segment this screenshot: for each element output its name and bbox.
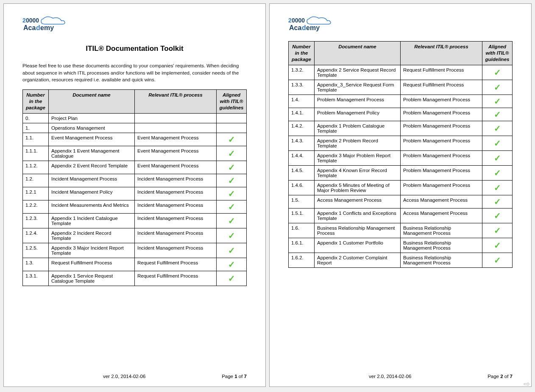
cell-process: Access Management Process (401, 208, 482, 223)
svg-text:0000: 0000 (292, 17, 305, 24)
cell-document-name: Event Management Process (49, 133, 135, 146)
cell-aligned: ✓ (217, 174, 247, 187)
checkmark-icon: ✓ (228, 149, 235, 158)
table-row: 1.4.Problem Management ProcessProblem Ma… (289, 95, 513, 108)
cell-number: 1.5. (289, 195, 315, 208)
cell-document-name: Problem Management Process (315, 95, 401, 108)
table-row: 1.4.1.Problem Management PolicyProblem M… (289, 108, 513, 121)
cell-process: Incident Management Process (135, 187, 217, 200)
cell-document-name: Appendix 3 Major Problem Report Template (315, 150, 401, 165)
table-row: 1.4.3.Appendix 2 Problem Record Template… (289, 136, 513, 150)
cell-document-name: Incident Management Policy (49, 187, 135, 200)
cell-number: 1.2.4. (23, 228, 49, 243)
table-row: 1.3.Request Fulfillment ProcessRequest F… (23, 258, 247, 271)
cell-aligned: ✓ (217, 258, 247, 271)
cell-document-name: Appendix 2 Problem Record Template (315, 136, 401, 150)
cell-number: 1.2.1 (23, 187, 49, 200)
cell-number: 1.1. (23, 133, 49, 146)
page-footer: ver 2.0, 2014-02-06 Page 1 of 7 (22, 369, 247, 379)
col-header-process: Relevant ITIL® process (401, 42, 482, 65)
cell-process: Request Fulfillment Process (401, 65, 482, 80)
cell-aligned: ✓ (482, 195, 513, 208)
checkmark-icon: ✓ (494, 256, 501, 265)
cell-number: 1.1.1. (23, 146, 49, 161)
cell-process: Problem Management Process (401, 108, 482, 121)
cell-aligned: ✓ (217, 228, 247, 243)
cell-process: Request Fulfillment Process (401, 80, 482, 95)
cell-aligned: ✓ (482, 65, 513, 80)
cell-document-name: Access Management Process (315, 195, 401, 208)
svg-text:emy: emy (40, 24, 54, 31)
cell-process: Problem Management Process (401, 136, 482, 150)
cell-number: 1.2.5. (23, 243, 49, 258)
table-row: 1.4.2.Appendix 1 Problem Catalogue Templ… (289, 121, 513, 136)
svg-text:2: 2 (288, 17, 292, 24)
cell-process: Request Fulfillment Process (135, 258, 217, 271)
col-header-process: Relevant ITIL® process (135, 90, 217, 114)
table-row: 1.2.Incident Management ProcessIncident … (23, 174, 247, 187)
cell-process: Event Management Process (135, 146, 217, 161)
cell-number: 1.2.2. (23, 200, 49, 213)
cell-number: 1.4.3. (289, 136, 315, 150)
cell-process: Incident Management Process (135, 228, 217, 243)
checkmark-icon: ✓ (494, 226, 501, 235)
cell-process: Problem Management Process (401, 150, 482, 165)
footer-page: Page 1 of 7 (222, 374, 247, 379)
cell-number: 1.4.2. (289, 121, 315, 136)
col-header-aligned: Aligned with ITIL® guidelines (482, 42, 513, 65)
table-row: 1.2.2.Incident Measurements And MetricsI… (23, 200, 247, 213)
table-row: 1.4.6.Appendix 5 Minutes of Meeting of M… (289, 180, 513, 195)
cell-process: Business Relationship Management Process (401, 238, 482, 253)
svg-text:0000: 0000 (26, 17, 39, 24)
cell-process: Incident Management Process (135, 243, 217, 258)
cell-aligned: ✓ (217, 146, 247, 161)
page-footer: ver 2.0, 2014-02-06 Page 2 of 7 (288, 369, 513, 379)
cell-process: Business Relationship Management Process (401, 253, 482, 267)
cell-document-name: Appendix_3_Service Request Form Template (315, 80, 401, 95)
cell-process: Business Relationship Management Process (401, 223, 482, 238)
col-header-number: Number in the package (23, 90, 49, 114)
table-row: 1.1.1.Appendix 1 Event Management Catalo… (23, 146, 247, 161)
cell-number: 1.4.5. (289, 165, 315, 180)
checkmark-icon: ✓ (228, 189, 235, 198)
table-row: 1.6.2.Appendix 2 Customer Complaint Repo… (289, 253, 513, 267)
checkmark-icon: ✓ (494, 211, 501, 220)
cell-process: Problem Management Process (401, 121, 482, 136)
cell-number: 1.5.1. (289, 208, 315, 223)
cell-document-name: Appendix 2 Event Record Template (49, 161, 135, 174)
checkmark-icon: ✓ (228, 260, 235, 269)
checkmark-icon: ✓ (494, 153, 501, 163)
cell-process: Problem Management Process (401, 165, 482, 180)
cell-process: Incident Management Process (135, 200, 217, 213)
cell-aligned: ✓ (482, 80, 513, 95)
table-row: 0.Project Plan (23, 113, 247, 123)
logo: 2 0000 Aca d emy (22, 16, 247, 33)
cell-number: 1.3.1. (23, 271, 49, 286)
checkmark-icon: ✓ (494, 139, 501, 148)
table-row: 1.4.4.Appendix 3 Major Problem Report Te… (289, 150, 513, 165)
cell-aligned (217, 113, 247, 123)
cell-aligned: ✓ (217, 161, 247, 174)
cell-document-name: Appendix 1 Incident Catalogue Template (49, 213, 135, 228)
col-header-aligned: Aligned with ITIL® guidelines (217, 90, 247, 114)
table-row: 1.5.1.Appendix 1 Conflicts and Exception… (289, 208, 513, 223)
page-title: ITIL® Documentation Toolkit (22, 44, 247, 53)
col-header-number: Number in the package (289, 42, 315, 65)
cell-aligned: ✓ (482, 208, 513, 223)
svg-text:d: d (36, 24, 40, 31)
footer-version: ver 2.0, 2014-02-06 (103, 374, 145, 379)
cell-document-name: Appendix 1 Service Request Catalogue Tem… (49, 271, 135, 286)
svg-text:Aca: Aca (289, 24, 301, 31)
table-row: 1.3.3.Appendix_3_Service Request Form Te… (289, 80, 513, 95)
checkmark-icon: ✓ (228, 135, 235, 144)
cell-document-name: Appendix 1 Event Management Catalogue (49, 146, 135, 161)
next-page-arrow-icon[interactable]: ⇨ (524, 379, 530, 389)
col-header-name: Document name (315, 42, 401, 65)
document-table-page-2: Number in the package Document name Rele… (288, 41, 513, 268)
document-table-page-1: Number in the package Document name Rele… (22, 89, 247, 286)
cell-document-name: Appendix 4 Known Error Record Template (315, 165, 401, 180)
cell-process (135, 113, 217, 123)
svg-text:emy: emy (306, 24, 320, 31)
cell-aligned: ✓ (217, 213, 247, 228)
cell-aligned: ✓ (482, 180, 513, 195)
